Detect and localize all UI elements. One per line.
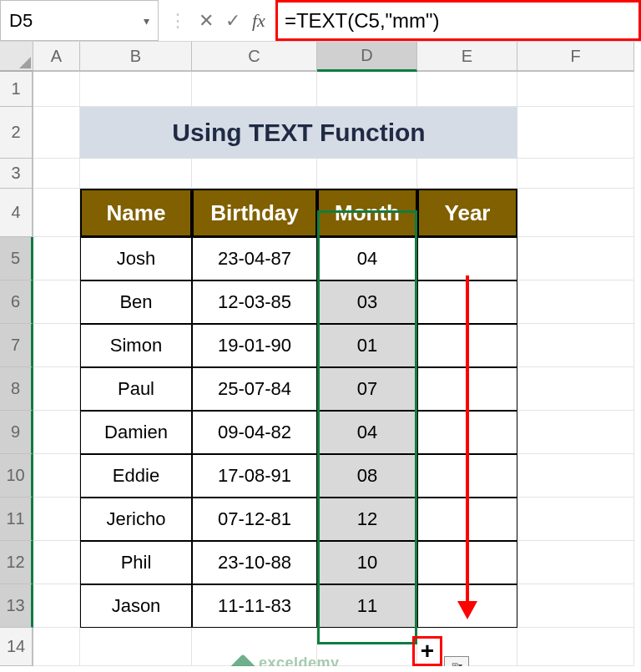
row-header-11[interactable]: 11 — [0, 498, 33, 541]
cell-D1[interactable] — [317, 72, 417, 107]
cell-B5[interactable]: Josh — [80, 237, 192, 280]
cell-C11[interactable]: 07-12-81 — [192, 498, 317, 541]
cell-A5[interactable] — [33, 237, 80, 280]
col-header-E[interactable]: E — [417, 42, 517, 72]
cell-B8[interactable]: Paul — [80, 367, 192, 411]
cell-F7[interactable] — [517, 324, 634, 367]
enter-icon[interactable]: ✓ — [225, 10, 240, 32]
cancel-icon[interactable]: ✕ — [199, 10, 214, 32]
cell-A6[interactable] — [33, 280, 80, 324]
cell-C10[interactable]: 17-08-91 — [192, 454, 317, 498]
col-header-A[interactable]: A — [33, 42, 80, 72]
cell-D9[interactable]: 04 — [317, 411, 417, 454]
cell-C12[interactable]: 23-10-88 — [192, 541, 317, 584]
cell-A13[interactable] — [33, 584, 80, 628]
cell-B11[interactable]: Jericho — [80, 498, 192, 541]
cell-C9[interactable]: 09-04-82 — [192, 411, 317, 454]
cell-A4[interactable] — [33, 189, 80, 237]
row-header-14[interactable]: 14 — [0, 628, 33, 666]
cell-F4[interactable] — [517, 189, 634, 237]
cell-F14[interactable] — [517, 628, 634, 666]
row-header-4[interactable]: 4 — [0, 189, 33, 237]
cell-B12[interactable]: Phil — [80, 541, 192, 584]
cell-B10[interactable]: Eddie — [80, 454, 192, 498]
title-cell[interactable]: Using TEXT Function — [80, 107, 517, 159]
cell-C3[interactable] — [192, 159, 317, 189]
cell-C1[interactable] — [192, 72, 317, 107]
chevron-down-icon[interactable]: ▾ — [144, 14, 149, 28]
row-header-3[interactable]: 3 — [0, 159, 33, 189]
cell-B1[interactable] — [80, 72, 192, 107]
th-birthday[interactable]: Birthday — [192, 189, 317, 237]
cell-C7[interactable]: 19-01-90 — [192, 324, 317, 367]
row-header-2[interactable]: 2 — [0, 107, 33, 159]
row-header-10[interactable]: 10 — [0, 454, 33, 498]
cell-B6[interactable]: Ben — [80, 280, 192, 324]
cell-A7[interactable] — [33, 324, 80, 367]
cell-B3[interactable] — [80, 159, 192, 189]
cell-D3[interactable] — [317, 159, 417, 189]
cell-F12[interactable] — [517, 541, 634, 584]
cell-D6[interactable]: 03 — [317, 280, 417, 324]
cell-D10[interactable]: 08 — [317, 454, 417, 498]
cell-D13[interactable]: 11 — [317, 584, 417, 628]
cell-A14[interactable] — [33, 628, 80, 666]
cell-D7[interactable]: 01 — [317, 324, 417, 367]
cell-F13[interactable] — [517, 584, 634, 628]
cell-A1[interactable] — [33, 72, 80, 107]
col-header-D[interactable]: D — [317, 42, 417, 72]
cell-A2[interactable] — [33, 107, 80, 159]
row-header-8[interactable]: 8 — [0, 367, 33, 411]
th-month[interactable]: Month — [317, 189, 417, 237]
cell-F3[interactable] — [517, 159, 634, 189]
cell-E3[interactable] — [417, 159, 517, 189]
cell-F6[interactable] — [517, 280, 634, 324]
cell-C6[interactable]: 12-03-85 — [192, 280, 317, 324]
col-header-F[interactable]: F — [517, 42, 634, 72]
cell-C13[interactable]: 11-11-83 — [192, 584, 317, 628]
th-year[interactable]: Year — [417, 189, 517, 237]
cell-F1[interactable] — [517, 72, 634, 107]
select-all-corner[interactable] — [0, 42, 33, 72]
name-box[interactable]: D5 ▾ — [0, 0, 159, 41]
row-header-5[interactable]: 5 — [0, 237, 33, 280]
cell-B14[interactable] — [80, 628, 192, 666]
cell-A11[interactable] — [33, 498, 80, 541]
cell-F5[interactable] — [517, 237, 634, 280]
cell-F2[interactable] — [517, 107, 634, 159]
cell-A10[interactable] — [33, 454, 80, 498]
col-header-B[interactable]: B — [80, 42, 192, 72]
row-header-6[interactable]: 6 — [0, 280, 33, 324]
cell-F11[interactable] — [517, 498, 634, 541]
row-header-1[interactable]: 1 — [0, 72, 33, 107]
cell-F8[interactable] — [517, 367, 634, 411]
fx-icon[interactable]: fx — [252, 10, 265, 32]
row-header-13[interactable]: 13 — [0, 584, 33, 628]
cell-F10[interactable] — [517, 454, 634, 498]
cell-D5[interactable]: 04 — [317, 237, 417, 280]
autofill-options-button[interactable]: ⊞▾ — [444, 656, 469, 666]
cell-A9[interactable] — [33, 411, 80, 454]
cell-B9[interactable]: Damien — [80, 411, 192, 454]
th-name[interactable]: Name — [80, 189, 192, 237]
cell-C5[interactable]: 23-04-87 — [192, 237, 317, 280]
cell-A8[interactable] — [33, 367, 80, 411]
cell-B13[interactable]: Jason — [80, 584, 192, 628]
col-header-C[interactable]: C — [192, 42, 317, 72]
cell-D12[interactable]: 10 — [317, 541, 417, 584]
row-header-7[interactable]: 7 — [0, 324, 33, 367]
cell-F9[interactable] — [517, 411, 634, 454]
cell-B7[interactable]: Simon — [80, 324, 192, 367]
row-header-9[interactable]: 9 — [0, 411, 33, 454]
cell-A3[interactable] — [33, 159, 80, 189]
cell-E5[interactable] — [417, 237, 517, 280]
cell-D8[interactable]: 07 — [317, 367, 417, 411]
cell-D11[interactable]: 12 — [317, 498, 417, 541]
cell-C8[interactable]: 25-07-84 — [192, 367, 317, 411]
cell-E1[interactable] — [417, 72, 517, 107]
worksheet-grid[interactable]: 1 2 Using TEXT Function 3 4 Name Birthda… — [0, 72, 641, 666]
formula-input[interactable]: =TEXT(C5,"mm") — [275, 0, 641, 41]
cell-A12[interactable] — [33, 541, 80, 584]
row-header-12[interactable]: 12 — [0, 541, 33, 584]
fill-handle-cursor-icon[interactable]: + — [421, 639, 434, 663]
